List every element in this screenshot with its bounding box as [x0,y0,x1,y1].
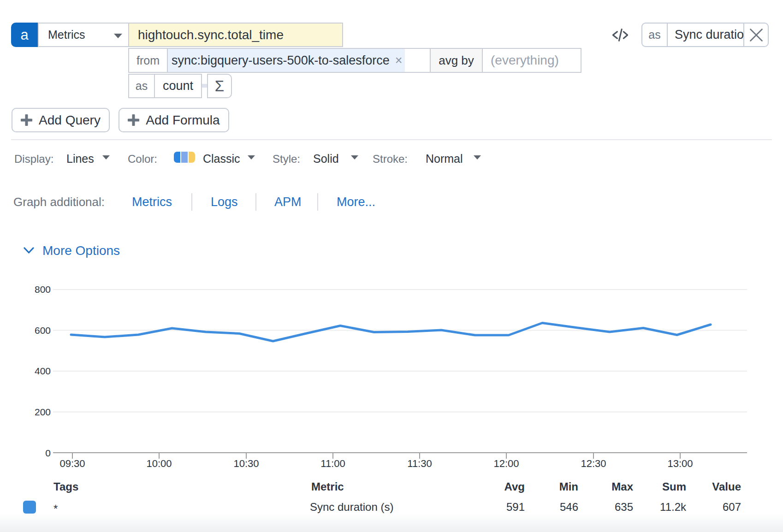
svg-text:400: 400 [35,366,51,376]
svg-text:800: 800 [35,284,51,295]
svg-text:11:30: 11:30 [407,458,432,469]
svg-text:11:00: 11:00 [320,458,345,469]
svg-text:12:30: 12:30 [581,458,606,469]
svg-text:12:00: 12:00 [493,458,519,469]
svg-text:10:30: 10:30 [233,458,259,469]
svg-text:200: 200 [35,407,51,417]
svg-text:13:00: 13:00 [667,458,693,469]
svg-text:0: 0 [45,448,51,458]
svg-text:09:30: 09:30 [59,458,85,469]
svg-text:600: 600 [35,325,51,336]
svg-text:10:00: 10:00 [146,458,172,469]
